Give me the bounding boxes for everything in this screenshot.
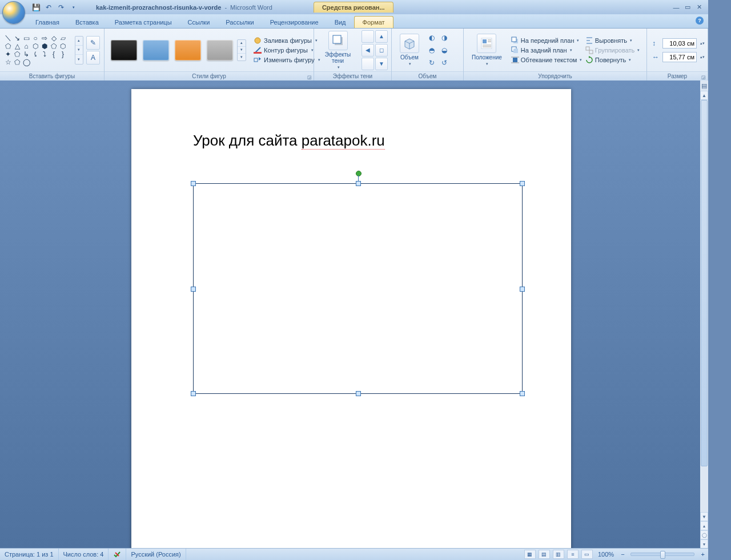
save-icon[interactable]: 💾	[31, 2, 41, 13]
change-shape-button[interactable]: Изменить фигуру▾	[252, 55, 322, 65]
status-language[interactable]: Русский (Россия)	[126, 549, 186, 560]
document-workspace[interactable]: Урок для сайта paratapok.ru	[0, 80, 700, 549]
vertical-scrollbar[interactable]: ▤ ▲ ▼ ▴ ◯ ▾	[700, 80, 708, 549]
spinner-icon[interactable]: ▴▾	[700, 41, 705, 46]
tab-page-layout[interactable]: Разметка страницы	[107, 17, 180, 28]
zoom-in-icon[interactable]: +	[698, 551, 708, 558]
browse-object-icon[interactable]: ◯	[700, 530, 708, 539]
text-wrap-button[interactable]: Обтекание текстом▾	[510, 55, 584, 65]
tilt-2-icon[interactable]: ◑	[439, 32, 450, 43]
ruler-toggle-icon[interactable]: ▤	[700, 80, 708, 91]
rectangle-shape[interactable]	[193, 183, 523, 394]
shadow-center-icon[interactable]: ◻	[375, 44, 388, 57]
position-button[interactable]: Положение▾	[467, 34, 507, 66]
status-proofing[interactable]	[109, 549, 126, 560]
tab-view[interactable]: Вид	[327, 17, 354, 28]
ribbon-tabs: Главная Вставка Разметка страницы Ссылки…	[0, 14, 708, 29]
status-page[interactable]: Страница: 1 из 1	[0, 549, 59, 560]
view-outline-icon[interactable]: ≡	[567, 550, 579, 559]
style-swatch-4[interactable]	[207, 40, 233, 61]
3d-tilt-grid: ◐◑ ◓◒ ↻↺	[426, 32, 450, 69]
shapes-gallery[interactable]: ＼↘▭○⇨◇▱⬠ △⌂⬡⬢⬠⬡✦⬠ ↳⤹⤵{}☆⬠◯	[3, 34, 74, 66]
resize-handle-ne[interactable]	[520, 181, 525, 186]
office-button[interactable]	[2, 1, 25, 24]
tab-home[interactable]: Главная	[27, 17, 67, 28]
spinner-icon[interactable]: ▴▾	[700, 55, 705, 59]
close-icon[interactable]: ✕	[693, 3, 705, 12]
zoom-out-icon[interactable]: −	[618, 551, 626, 558]
selected-shape[interactable]	[193, 183, 523, 394]
zoom-level[interactable]: 100%	[593, 551, 618, 558]
resize-handle-n[interactable]	[356, 181, 361, 186]
tab-references[interactable]: Ссылки	[180, 17, 218, 28]
width-input[interactable]	[662, 52, 697, 62]
title-bar: 💾 ↶ ↷ ▾ kak-izmenit-prozrachnost-risunka…	[0, 0, 708, 14]
shadow-effects-button[interactable]: Эффекты тени▾	[318, 31, 358, 70]
prev-page-icon[interactable]: ▴	[700, 521, 708, 530]
tab-insert[interactable]: Вставка	[67, 17, 107, 28]
zoom-slider[interactable]	[630, 553, 694, 556]
tab-review[interactable]: Рецензирование	[262, 17, 327, 28]
shape-fill-button[interactable]: Заливка фигуры▾	[252, 36, 322, 45]
page[interactable]: Урок для сайта paratapok.ru	[131, 89, 571, 549]
3d-effects-button[interactable]: Объем▾	[395, 34, 424, 66]
app-title: Microsoft Word	[230, 4, 272, 11]
zoom-slider-thumb[interactable]	[660, 551, 665, 559]
align-button[interactable]: Выровнять▾	[584, 36, 641, 45]
minimize-icon[interactable]: —	[670, 3, 682, 12]
document-text[interactable]: Урок для сайта paratapok.ru	[193, 132, 385, 150]
rotate-button[interactable]: Повернуть▾	[584, 55, 641, 65]
bring-front-button[interactable]: На передний план▾	[510, 36, 584, 45]
style-swatch-3[interactable]	[175, 40, 201, 61]
tilt-4-icon[interactable]: ◒	[439, 45, 450, 56]
svg-point-0	[255, 38, 260, 43]
dialog-launcher-icon[interactable]: ◲	[700, 73, 706, 79]
edit-shape-icon[interactable]: ✎	[86, 36, 100, 50]
rotate-handle[interactable]	[356, 171, 362, 176]
maximize-icon[interactable]: ▭	[682, 3, 693, 12]
tab-format[interactable]: Формат	[354, 16, 393, 28]
resize-handle-w[interactable]	[191, 287, 196, 292]
group-shape-styles-label: Стили фигур	[192, 73, 226, 79]
height-input[interactable]	[662, 38, 697, 49]
style-swatch-1[interactable]	[111, 40, 137, 61]
undo-icon[interactable]: ↶	[43, 2, 54, 13]
ribbon: ＼↘▭○⇨◇▱⬠ △⌂⬡⬢⬠⬡✦⬠ ↳⤹⤵{}☆⬠◯ ▴▾▾ ✎ A Встав…	[0, 29, 708, 82]
resize-handle-e[interactable]	[520, 287, 525, 292]
shadow-down-icon[interactable]: ▼	[375, 58, 388, 70]
text-box-icon[interactable]: A	[86, 51, 100, 65]
group-insert-shapes-label: Вставить фигуры	[0, 71, 104, 81]
view-draft-icon[interactable]: ▭	[581, 550, 593, 559]
styles-more[interactable]: ▴▾▾	[237, 39, 246, 61]
tilt-3-icon[interactable]: ◓	[426, 45, 437, 56]
next-page-icon[interactable]: ▾	[700, 539, 708, 549]
scroll-thumb[interactable]	[701, 100, 708, 466]
resize-handle-nw[interactable]	[191, 181, 196, 186]
shadow-left-icon[interactable]: ◀	[362, 44, 374, 57]
tilt-6-icon[interactable]: ↺	[439, 57, 450, 69]
send-back-button[interactable]: На задний план▾	[510, 46, 584, 55]
group-button: Группировать▾	[584, 46, 641, 55]
resize-handle-sw[interactable]	[191, 391, 196, 396]
tab-mailings[interactable]: Рассылки	[218, 17, 262, 28]
redo-icon[interactable]: ↷	[56, 2, 66, 13]
scroll-up-icon[interactable]: ▲	[700, 91, 708, 100]
contextual-tab-drawing[interactable]: Средства рисован...	[314, 2, 393, 13]
view-web-icon[interactable]: ▥	[553, 550, 564, 559]
tilt-5-icon[interactable]: ↻	[426, 57, 437, 69]
qat-more-icon[interactable]: ▾	[69, 2, 79, 13]
resize-handle-se[interactable]	[520, 391, 525, 396]
resize-handle-s[interactable]	[356, 391, 361, 396]
shapes-more[interactable]: ▴▾▾	[75, 36, 83, 65]
style-swatch-2[interactable]	[143, 40, 169, 61]
tilt-1-icon[interactable]: ◐	[426, 32, 437, 43]
view-print-layout-icon[interactable]: ▦	[524, 550, 536, 559]
status-word-count[interactable]: Число слов: 4	[59, 549, 109, 560]
scroll-down-icon[interactable]: ▼	[700, 512, 708, 521]
shape-outline-button[interactable]: Контур фигуры▾	[252, 46, 322, 55]
help-icon[interactable]: ?	[696, 17, 704, 25]
shadow-up-icon[interactable]: ▲	[375, 30, 388, 43]
dialog-launcher-icon[interactable]: ◲	[306, 73, 312, 79]
view-reading-icon[interactable]: ▤	[539, 550, 550, 559]
svg-rect-14	[513, 49, 518, 53]
